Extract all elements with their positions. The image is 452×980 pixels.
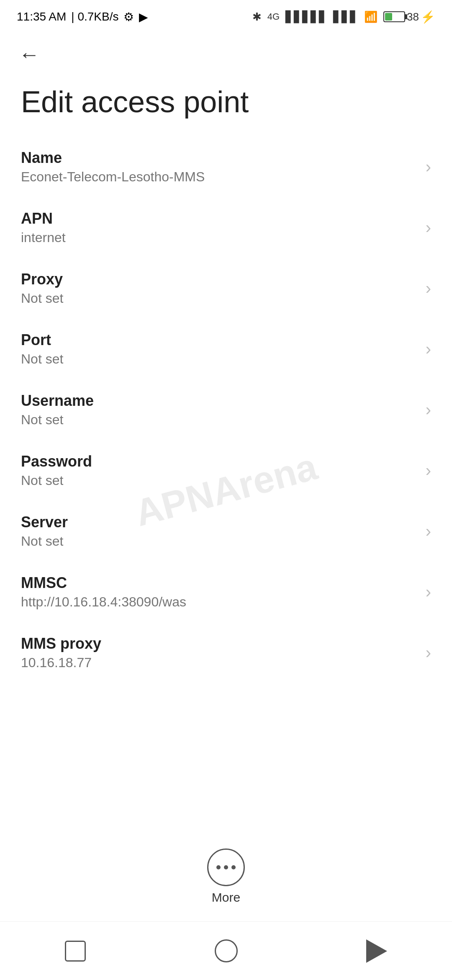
more-label: More [212,890,240,905]
bluetooth-icon: ✱ [252,10,262,23]
nav-recents-button[interactable] [59,934,92,968]
time-display: 11:35 AM [17,10,66,23]
recents-icon [65,941,86,962]
settings-item-value: Not set [21,412,417,428]
settings-item-label: Server [21,513,417,531]
battery-percent: 38 [407,10,419,23]
more-circle [207,848,245,886]
dot-1 [216,865,221,869]
video-icon: ▶ [139,10,148,24]
settings-item-mmsc[interactable]: MMSC http://10.16.18.4:38090/was › [0,562,452,622]
settings-item-content: Proxy Not set [21,271,417,306]
nav-back-button[interactable] [360,934,393,968]
back-icon [366,939,387,963]
settings-item-label: Proxy [21,271,417,288]
settings-item-label: Name [21,149,417,167]
page-title: Edit access point [21,84,431,120]
settings-item-label: MMSC [21,574,417,592]
settings-item-value: Not set [21,351,417,367]
more-dots [216,865,236,869]
settings-item-label: Password [21,453,417,470]
settings-item-port[interactable]: Port Not set › [0,319,452,379]
settings-item-label: APN [21,210,417,227]
settings-item-label: Port [21,331,417,349]
settings-item-password[interactable]: Password Not set › [0,440,452,501]
signal-bars2-icon: ▋▋▋ [333,10,358,23]
settings-item-content: Server Not set [21,513,417,549]
settings-item-server[interactable]: Server Not set › [0,501,452,562]
battery-box [383,11,405,22]
chevron-right-icon: › [426,340,431,358]
settings-item-value: internet [21,230,417,245]
signal-bars-icon: ▋▋▋▋▋ [285,10,327,23]
back-button[interactable]: ← [17,42,42,67]
page-title-section: Edit access point [0,75,452,137]
settings-item-apn[interactable]: APN internet › [0,197,452,258]
settings-item-content: Port Not set [21,331,417,367]
signal-4g-icon: 4G [267,11,280,22]
chevron-right-icon: › [426,279,431,298]
settings-item-content: APN internet [21,210,417,245]
status-right: ✱ 4G ▋▋▋▋▋ ▋▋▋ 📶 38 ⚡ [252,10,435,24]
chevron-right-icon: › [426,643,431,662]
settings-item-content: Password Not set [21,453,417,488]
settings-item-username[interactable]: Username Not set › [0,379,452,440]
dot-3 [231,865,236,869]
home-icon [215,939,238,962]
chevron-right-icon: › [426,157,431,176]
settings-item-content: Name Econet-Telecom-Lesotho-MMS [21,149,417,185]
battery-indicator: 38 ⚡ [383,10,435,24]
status-left: 11:35 AM | 0.7KB/s ⚙ ▶ [17,10,148,24]
top-nav: ← [0,34,452,75]
settings-item-content: MMS proxy 10.16.18.77 [21,635,417,671]
chevron-right-icon: › [426,400,431,419]
wifi-icon: 📶 [364,10,378,23]
settings-item-name[interactable]: Name Econet-Telecom-Lesotho-MMS › [0,137,452,197]
battery-fill [385,13,392,21]
back-arrow-icon: ← [19,44,40,65]
settings-item-content: MMSC http://10.16.18.4:38090/was [21,574,417,610]
nav-home-button[interactable] [209,934,243,968]
settings-item-value: http://10.16.18.4:38090/was [21,594,417,610]
chevron-right-icon: › [426,583,431,601]
settings-item-value: Not set [21,291,417,306]
chevron-right-icon: › [426,218,431,237]
settings-item-content: Username Not set [21,392,417,428]
chevron-right-icon: › [426,522,431,541]
dot-2 [224,865,228,869]
settings-list: Name Econet-Telecom-Lesotho-MMS › APN in… [0,137,452,683]
settings-item-label: MMS proxy [21,635,417,652]
settings-item-value: Econet-Telecom-Lesotho-MMS [21,169,417,185]
chevron-right-icon: › [426,461,431,480]
settings-item-label: Username [21,392,417,410]
settings-icon: ⚙ [123,10,134,24]
speed-display: | 0.7KB/s [71,10,118,23]
settings-item-value: Not set [21,534,417,549]
settings-item-value: 10.16.18.77 [21,655,417,671]
settings-item-value: Not set [21,473,417,488]
settings-item-proxy[interactable]: Proxy Not set › [0,258,452,319]
more-button[interactable]: More [207,848,245,905]
nav-bar [0,921,452,980]
settings-item-mms-proxy[interactable]: MMS proxy 10.16.18.77 › [0,622,452,683]
charging-icon: ⚡ [421,10,435,24]
status-bar: 11:35 AM | 0.7KB/s ⚙ ▶ ✱ 4G ▋▋▋▋▋ ▋▋▋ 📶 … [0,0,452,34]
